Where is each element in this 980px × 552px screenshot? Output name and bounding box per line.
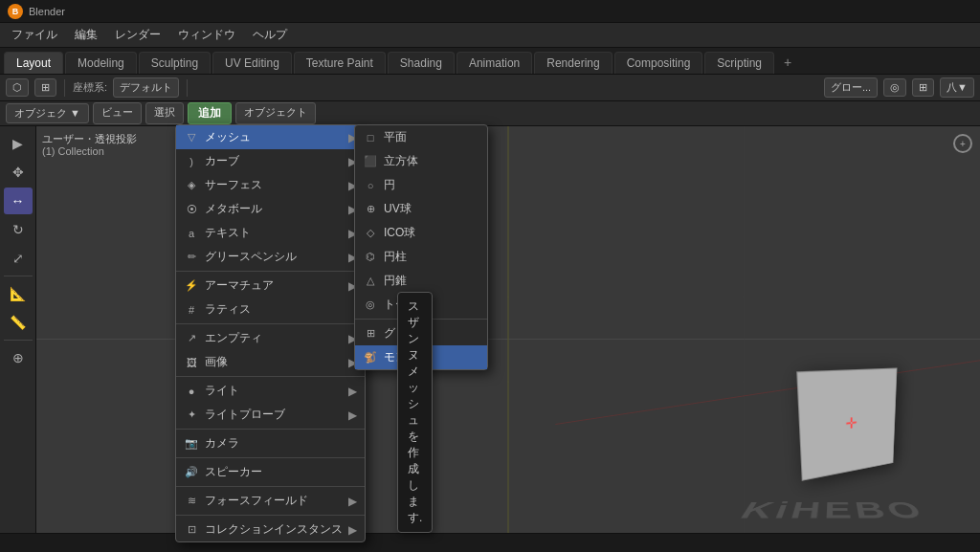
mesh-cone[interactable]: △ 円錐 — [355, 269, 487, 293]
tab-scripting[interactable]: Scripting — [704, 52, 774, 74]
overlay-btn[interactable]: ◎ — [883, 78, 906, 97]
menu-help[interactable]: ヘルプ — [245, 24, 295, 46]
snap-tool-btn[interactable]: ⊞ — [34, 78, 56, 97]
light-label: ライト — [205, 383, 239, 399]
add-menu-item-mesh[interactable]: ▽ メッシュ ▶ — [176, 125, 365, 149]
header-bar: オブジェク ▼ ビュー 選択 追加 オブジェクト — [0, 101, 980, 126]
mesh-cube[interactable]: ⬛ 立方体 — [355, 149, 487, 173]
coord-label: 座標系: — [73, 80, 107, 95]
text-label: テキスト — [205, 225, 251, 241]
sidebar-cursor-icon[interactable]: ▶ — [4, 130, 33, 157]
grid-icon: ⊞ — [363, 326, 378, 342]
object-btn[interactable]: オブジェクト — [235, 102, 316, 124]
select-btn[interactable]: 選択 — [145, 102, 184, 124]
tab-rendering[interactable]: Rendering — [534, 52, 612, 74]
tab-uv-editing[interactable]: UV Editing — [212, 52, 292, 74]
view-tool-btn[interactable]: ⬡ — [6, 78, 29, 97]
add-menu-item-lightprobe[interactable]: ✦ ライトプローブ ▶ — [176, 403, 365, 427]
add-btn[interactable]: 追加 — [188, 102, 232, 124]
mesh-icon: ▽ — [184, 130, 199, 145]
icosphere-label: ICO球 — [384, 225, 415, 241]
cone-label: 円錐 — [384, 273, 407, 289]
circle-icon: ○ — [363, 178, 378, 193]
add-menu-item-forcefield[interactable]: ≋ フォースフィールド ▶ — [176, 489, 365, 513]
glow-btn[interactable]: グロー... — [824, 77, 878, 98]
circle-label: 円 — [384, 177, 395, 193]
speaker-label: スピーカー — [205, 464, 262, 480]
mesh-uvsphere[interactable]: ⊕ UV球 — [355, 197, 487, 221]
xray-btn[interactable]: ⊞ — [912, 78, 934, 97]
mesh-plane[interactable]: □ 平面 — [355, 125, 487, 149]
statusbar — [0, 533, 980, 552]
toolbar-row: ⬡ ⊞ 座標系: デフォルト グロー... ◎ ⊞ 八▼ — [0, 75, 980, 101]
add-menu-item-surface[interactable]: ◈ サーフェス ▶ — [176, 173, 365, 197]
light-icon: ● — [184, 384, 199, 399]
add-menu-item-light[interactable]: ● ライト ▶ — [176, 379, 365, 403]
add-menu-item-text[interactable]: a テキスト ▶ — [176, 221, 365, 245]
svg-line-7 — [555, 361, 980, 425]
add-menu-item-collection[interactable]: ⊡ コレクションインスタンス ▶ — [176, 518, 365, 541]
tab-animation[interactable]: Animation — [457, 52, 532, 74]
icosphere-icon: ◇ — [363, 226, 378, 241]
tab-modeling[interactable]: Modeling — [65, 52, 137, 74]
mesh-submenu[interactable]: □ 平面 ⬛ 立方体 ○ 円 ⊕ UV球 ◇ ICO球 ⌬ 円柱 △ 円錐 ◎ — [354, 124, 488, 370]
view-btn[interactable]: ビュー — [93, 102, 142, 124]
add-menu-item-armature[interactable]: ⚡ アーマチュア ▶ — [176, 274, 365, 298]
plane-label: 平面 — [384, 129, 407, 145]
cube-object[interactable]: ✛ — [798, 370, 903, 475]
menu-edit[interactable]: 編集 — [67, 24, 105, 46]
mesh-monkey[interactable]: 🐒 モンキー — [355, 345, 487, 369]
sidebar-measure-icon[interactable]: 📏 — [4, 309, 33, 336]
add-menu-item-speaker[interactable]: 🔊 スピーカー — [176, 460, 365, 484]
cube-icon: ⬛ — [363, 154, 378, 169]
torus-label: トーラス — [384, 297, 430, 313]
viewport-mode-btn[interactable]: 八▼ — [940, 77, 974, 98]
tab-sculpting[interactable]: Sculpting — [139, 52, 211, 74]
tab-texture-paint[interactable]: Texture Paint — [294, 52, 386, 74]
mesh-icosphere[interactable]: ◇ ICO球 — [355, 221, 487, 245]
curve-label: カーブ — [205, 153, 239, 169]
forcefield-icon: ≋ — [184, 494, 199, 509]
sep2 — [176, 323, 365, 324]
cone-icon: △ — [363, 274, 378, 289]
coord-value-btn[interactable]: デフォルト — [113, 77, 179, 98]
mesh-torus[interactable]: ◎ トーラス — [355, 293, 487, 317]
tab-compositing[interactable]: Compositing — [614, 52, 703, 74]
sidebar-rotate-icon[interactable]: ↻ — [4, 216, 33, 243]
add-workspace-button[interactable]: + — [776, 51, 799, 74]
mesh-grid[interactable]: ⊞ グリッド — [355, 321, 487, 345]
menu-window[interactable]: ウィンドウ — [170, 24, 243, 46]
grid-label: グリッド — [384, 325, 430, 342]
add-menu-item-curve[interactable]: ) カーブ ▶ — [176, 149, 365, 173]
add-menu-item-metaball[interactable]: ⦿ メタボール ▶ — [176, 197, 365, 221]
collection-label: コレクションインスタンス — [205, 521, 343, 538]
add-menu-item-image[interactable]: 🖼 画像 ▶ — [176, 350, 365, 374]
workspace-tabs: Layout Modeling Sculpting UV Editing Tex… — [0, 48, 980, 75]
mesh-circle[interactable]: ○ 円 — [355, 173, 487, 197]
add-menu[interactable]: ▽ メッシュ ▶ ) カーブ ▶ ◈ サーフェス ▶ ⦿ メタボール ▶ a テ… — [175, 124, 366, 542]
menu-file[interactable]: ファイル — [4, 24, 65, 46]
uvsphere-label: UV球 — [384, 201, 412, 217]
tab-shading[interactable]: Shading — [388, 52, 455, 74]
camera-icon: 📷 — [184, 436, 199, 452]
add-menu-item-camera[interactable]: 📷 カメラ — [176, 431, 365, 455]
sidebar-transform-icon[interactable]: ↔ — [4, 188, 33, 214]
sidebar-add-icon[interactable]: ⊕ — [4, 344, 33, 371]
cube-mesh: ✛ — [796, 367, 897, 480]
armature-icon: ⚡ — [184, 278, 199, 294]
left-sidebar: ▶ ✥ ↔ ↻ ⤢ 📐 📏 ⊕ — [0, 126, 36, 552]
sidebar-move-icon[interactable]: ✥ — [4, 159, 33, 186]
add-menu-item-empty[interactable]: ↗ エンプティ ▶ — [176, 326, 365, 350]
cylinder-icon: ⌬ — [363, 250, 378, 265]
add-menu-item-lattice[interactable]: # ラティス — [176, 298, 365, 321]
add-menu-item-greasepencil[interactable]: ✏ グリースペンシル ▶ — [176, 245, 365, 269]
sidebar-scale-icon[interactable]: ⤢ — [4, 245, 33, 272]
menu-render[interactable]: レンダー — [107, 24, 168, 46]
toolbar-sep2 — [187, 79, 188, 97]
mode-btn[interactable]: オブジェク ▼ — [6, 103, 89, 123]
tab-layout[interactable]: Layout — [4, 52, 63, 74]
sidebar-annotate-icon[interactable]: 📐 — [4, 280, 33, 307]
mesh-cylinder[interactable]: ⌬ 円柱 — [355, 245, 487, 269]
forcefield-arrow-icon: ▶ — [348, 495, 357, 508]
cube-transform-icon: ✛ — [845, 413, 857, 432]
